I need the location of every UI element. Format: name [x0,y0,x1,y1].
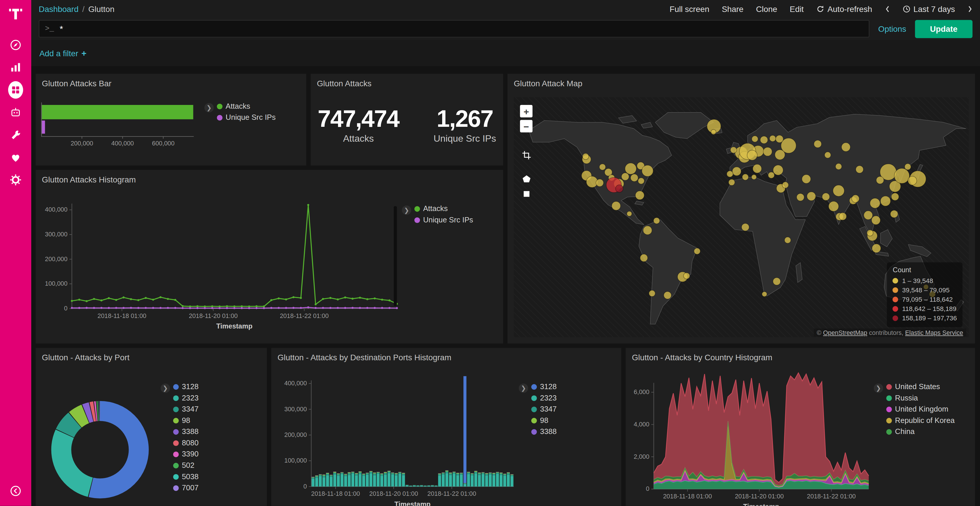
stacked-bar-segment-98[interactable] [373,473,376,474]
map-legend-item-1 – 39,548[interactable]: 1 – 39,548 [893,276,957,286]
stacked-bar-segment-3347[interactable] [362,474,365,476]
attack-bubble[interactable] [635,191,644,200]
stacked-bar-segment-2323[interactable] [449,475,452,487]
attack-bubble[interactable] [742,174,749,181]
attack-bubble[interactable] [727,171,733,177]
stacked-bar-segment-98[interactable] [482,473,484,473]
stacked-bar-segment-2323[interactable] [312,479,314,487]
attack-bubble[interactable] [835,163,842,170]
stacked-bar-segment-98[interactable] [340,473,343,473]
legend-item-3347[interactable]: 3347 [531,405,557,414]
stacked-bar-segment-3347[interactable] [377,473,379,474]
attack-bubble[interactable] [642,165,653,177]
sidebar-collapse-button[interactable] [8,484,23,498]
stacked-bar-segment-3347[interactable] [489,473,492,474]
stacked-bar-segment-98[interactable] [471,473,474,474]
stacked-bar-segment-98[interactable] [467,472,470,473]
stacked-bar-segment-2323[interactable] [442,474,445,487]
line-series-Attacks[interactable] [72,205,397,306]
stacked-bar-segment-98[interactable] [326,473,329,474]
stacked-bar-segment-98[interactable] [322,475,325,476]
stacked-bar-segment-2323[interactable] [434,485,438,487]
attack-bubble[interactable] [784,237,791,243]
attack-bubble[interactable] [856,165,863,173]
stacked-bar-segment-3388[interactable] [511,474,513,474]
stacked-bar-segment-98[interactable] [312,477,314,478]
stacked-bar-segment-98[interactable] [453,472,456,473]
stacked-bar-segment-98[interactable] [463,483,466,484]
stacked-bar-segment-3347[interactable] [395,474,398,475]
attack-bubble[interactable] [776,135,783,143]
legend-item-3128[interactable]: 3128 [531,383,557,391]
stacked-bar-segment-2323[interactable] [348,475,351,487]
stacked-bar-segment-3388[interactable] [348,472,351,473]
stacked-bar-segment-3347[interactable] [453,473,456,474]
attack-bubble[interactable] [781,138,796,153]
stacked-bar-segment-3347[interactable] [373,473,376,475]
legend-item-Unique Src IPs[interactable]: Unique Src IPs [217,114,276,122]
attack-bubble[interactable] [773,165,783,175]
stacked-bar-segment-98[interactable] [319,474,322,475]
attack-bubble[interactable] [643,226,652,235]
sidebar-item-app[interactable] [8,105,23,120]
stacked-bar-segment-3347[interactable] [315,476,318,478]
attack-bubble[interactable] [768,172,775,178]
attack-bubble[interactable] [876,176,884,184]
stacked-bar-segment-3347[interactable] [460,473,463,474]
sidebar-item-management[interactable] [8,172,23,187]
stacked-bar-segment-2323[interactable] [329,477,332,487]
stacked-bar-segment-3347[interactable] [434,485,438,486]
stacked-bar-segment-3388[interactable] [391,473,394,473]
legend-item-Republic of Korea[interactable]: Republic of Korea [886,417,955,425]
attack-bubble[interactable] [797,194,804,201]
legend-item-8080[interactable]: 8080 [173,439,199,447]
stacked-bar-segment-3388[interactable] [438,473,441,474]
attack-bubble[interactable] [872,244,881,253]
stacked-bar-segment-3388[interactable] [384,472,387,472]
stacked-bar-segment-3388[interactable] [482,472,484,473]
stacked-bar-segment-3347[interactable] [492,474,495,475]
stacked-bar-segment-98[interactable] [355,473,358,474]
stacked-bar-segment-3388[interactable] [358,471,361,472]
attack-bubble[interactable] [752,136,758,142]
stacked-bar-segment-3347[interactable] [467,473,470,474]
legend-toggle-icon[interactable]: ❯ [402,206,411,215]
update-button[interactable]: Update [915,20,972,38]
stacked-bar-segment-98[interactable] [348,473,351,473]
stacked-bar-segment-3388[interactable] [471,473,474,473]
attack-bubble[interactable] [622,173,629,181]
stacked-bar-segment-2323[interactable] [369,473,372,487]
stacked-bar-segment-3347[interactable] [500,473,503,475]
attack-bubble[interactable] [829,201,839,212]
attack-bubble[interactable] [894,168,909,183]
stacked-bar-segment-3347[interactable] [319,475,322,476]
stacked-bar-segment-2323[interactable] [333,474,336,487]
panel-title[interactable]: Glutton - Attacks by Country Histogram [625,348,975,364]
stacked-bar-segment-2323[interactable] [406,485,409,487]
stacked-bar-segment-3347[interactable] [463,484,466,484]
stacked-bar-segment-2323[interactable] [467,474,470,487]
attack-bubble[interactable] [751,174,756,179]
stacked-bar-segment-3347[interactable] [380,474,383,476]
stacked-bar-segment-3347[interactable] [358,473,361,474]
stacked-bar-segment-3347[interactable] [369,472,372,473]
openstreetmap-link[interactable]: OpenStreetMap [823,329,867,336]
attack-bubble[interactable] [864,211,872,219]
attack-bubble[interactable] [616,185,623,192]
stacked-bar-segment-2323[interactable] [395,475,398,487]
sidebar-item-discover[interactable] [8,38,23,52]
stacked-bar-segment-3347[interactable] [340,473,343,474]
legend-item-3390[interactable]: 3390 [173,450,199,458]
map-legend-item-79,095 – 118,642[interactable]: 79,095 – 118,642 [893,295,957,304]
stacked-bar-segment-3388[interactable] [322,474,325,475]
stacked-bar-segment-98[interactable] [352,472,355,473]
stacked-bar-segment-3388[interactable] [485,473,488,473]
stacked-bar-segment-2323[interactable] [402,475,405,487]
stacked-bar-segment-3347[interactable] [322,475,325,477]
attack-bubble[interactable] [908,176,917,185]
auto-refresh-button[interactable]: Auto-refresh [816,4,872,13]
stacked-bar-segment-3347[interactable] [424,485,427,486]
stacked-bar-segment-98[interactable] [377,472,379,473]
stacked-bar-segment-2323[interactable] [456,475,459,487]
stacked-bar-segment-2323[interactable] [315,478,318,487]
